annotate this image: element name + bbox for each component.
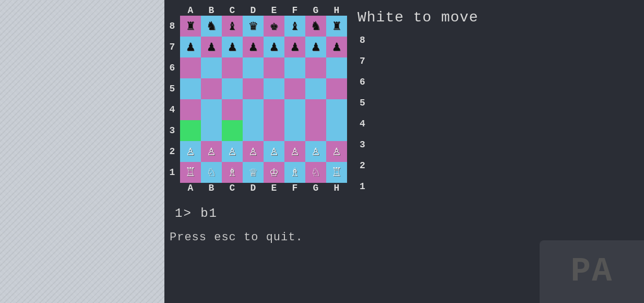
piece-black-8-4: ♛: [249, 19, 257, 33]
cell-3-3[interactable]: [222, 120, 243, 141]
cell-5-5[interactable]: [264, 78, 284, 99]
piece-black-7-7: ♟: [312, 40, 320, 54]
cell-1-1[interactable]: ♖: [180, 162, 201, 183]
cell-8-6[interactable]: ♝: [284, 16, 305, 37]
col-label-e: E: [264, 5, 284, 16]
cell-2-8[interactable]: ♙: [326, 141, 347, 162]
cell-1-4[interactable]: ♕: [243, 162, 264, 183]
cell-5-4[interactable]: [243, 78, 264, 99]
cell-6-1[interactable]: [180, 57, 201, 78]
board-row-5: 5: [164, 78, 347, 99]
cell-1-2[interactable]: ♘: [201, 162, 222, 183]
cell-2-4[interactable]: ♙: [243, 141, 264, 162]
cell-4-7[interactable]: [305, 99, 326, 120]
cell-3-6[interactable]: [284, 120, 305, 141]
cell-4-3[interactable]: [222, 99, 243, 120]
cell-7-7[interactable]: ♟: [305, 37, 326, 57]
cell-6-2[interactable]: [201, 57, 222, 78]
move-text: 1> b1: [175, 206, 218, 220]
cell-3-8[interactable]: [326, 120, 347, 141]
board-row-6: 6: [164, 57, 347, 78]
row-label-left-8: 8: [164, 21, 180, 31]
col-label-b: B: [201, 5, 222, 16]
row-label-right-8: 8: [357, 30, 478, 51]
piece-black-7-3: ♟: [228, 40, 236, 54]
cell-3-4[interactable]: [243, 120, 264, 141]
cell-7-8[interactable]: ♟: [326, 37, 347, 57]
piece-black-8-5: ♚: [270, 19, 278, 33]
cell-5-3[interactable]: [222, 78, 243, 99]
cell-8-3[interactable]: ♝: [222, 16, 243, 37]
piece-white-1-5: ♔: [270, 166, 278, 179]
top-col-labels: A B C D E F G H: [164, 5, 347, 16]
cell-2-3[interactable]: ♙: [222, 141, 243, 162]
cell-1-7[interactable]: ♘: [305, 162, 326, 183]
cell-1-6[interactable]: ♗: [284, 162, 305, 183]
cell-7-2[interactable]: ♟: [201, 37, 222, 57]
row-label-right-7: 7: [357, 51, 478, 72]
board-row-4: 4: [164, 99, 347, 120]
cell-6-6[interactable]: [284, 57, 305, 78]
cell-3-2[interactable]: [201, 120, 222, 141]
cell-3-5[interactable]: [264, 120, 284, 141]
cell-2-1[interactable]: ♙: [180, 141, 201, 162]
piece-white-2-3: ♙: [228, 145, 236, 158]
cell-6-4[interactable]: [243, 57, 264, 78]
piece-black-8-6: ♝: [291, 19, 299, 33]
cell-5-6[interactable]: [284, 78, 305, 99]
side-info: White to move 87654321: [347, 5, 488, 201]
cell-7-3[interactable]: ♟: [222, 37, 243, 57]
row-label-right-4: 4: [357, 113, 478, 134]
cell-4-2[interactable]: [201, 99, 222, 120]
piece-black-8-1: ♜: [186, 19, 195, 33]
cell-1-5[interactable]: ♔: [264, 162, 284, 183]
cell-7-1[interactable]: ♟: [180, 37, 201, 57]
piece-black-7-1: ♟: [186, 40, 195, 54]
cell-5-8[interactable]: [326, 78, 347, 99]
board-row-1: 1♖♘♗♕♔♗♘♖: [164, 162, 347, 183]
row-label-left-3: 3: [164, 125, 180, 136]
col-label-b-bot: B: [201, 183, 222, 193]
cell-6-8[interactable]: [326, 57, 347, 78]
bottom-right-decor: PA: [540, 240, 644, 303]
col-label-c-bot: C: [222, 183, 243, 193]
cell-5-2[interactable]: [201, 78, 222, 99]
cell-4-6[interactable]: [284, 99, 305, 120]
cell-4-4[interactable]: [243, 99, 264, 120]
cell-2-2[interactable]: ♙: [201, 141, 222, 162]
row-label-right-6: 6: [357, 72, 478, 92]
cell-8-7[interactable]: ♞: [305, 16, 326, 37]
cell-8-8[interactable]: ♜: [326, 16, 347, 37]
cell-7-5[interactable]: ♟: [264, 37, 284, 57]
cell-8-2[interactable]: ♞: [201, 16, 222, 37]
row-label-right-2: 2: [357, 155, 478, 176]
piece-black-8-2: ♞: [207, 19, 216, 33]
cell-6-5[interactable]: [264, 57, 284, 78]
cell-7-6[interactable]: ♟: [284, 37, 305, 57]
cell-8-5[interactable]: ♚: [264, 16, 284, 37]
cell-2-5[interactable]: ♙: [264, 141, 284, 162]
cell-7-4[interactable]: ♟: [243, 37, 264, 57]
piece-black-8-7: ♞: [312, 19, 320, 33]
cell-1-3[interactable]: ♗: [222, 162, 243, 183]
cell-8-4[interactable]: ♛: [243, 16, 264, 37]
cell-4-5[interactable]: [264, 99, 284, 120]
piece-white-1-6: ♗: [291, 166, 299, 179]
cell-4-8[interactable]: [326, 99, 347, 120]
cell-2-7[interactable]: ♙: [305, 141, 326, 162]
cell-6-3[interactable]: [222, 57, 243, 78]
col-label-d: D: [243, 5, 264, 16]
col-label-f-bot: F: [284, 183, 305, 193]
cell-6-7[interactable]: [305, 57, 326, 78]
cell-5-1[interactable]: [180, 78, 201, 99]
cell-1-8[interactable]: ♖: [326, 162, 347, 183]
cell-8-1[interactable]: ♜: [180, 16, 201, 37]
cell-3-1[interactable]: [180, 120, 201, 141]
cell-2-6[interactable]: ♙: [284, 141, 305, 162]
col-label-h: H: [326, 5, 347, 16]
col-label-c: C: [222, 5, 243, 16]
cell-5-7[interactable]: [305, 78, 326, 99]
cell-3-7[interactable]: [305, 120, 326, 141]
col-label-g-bot: G: [305, 183, 326, 193]
cell-4-1[interactable]: [180, 99, 201, 120]
